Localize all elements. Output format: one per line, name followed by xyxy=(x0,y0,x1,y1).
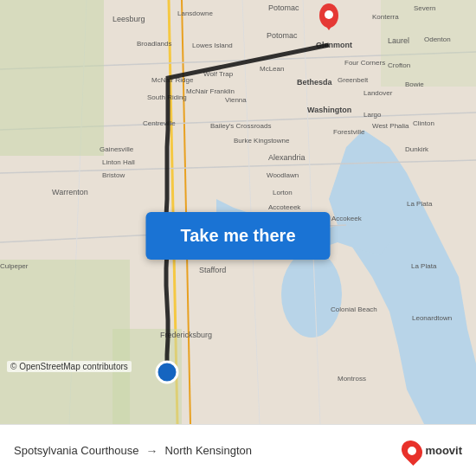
arrow-icon: → xyxy=(146,444,158,458)
svg-rect-13 xyxy=(0,0,104,156)
destination-label: North Kensington xyxy=(165,444,252,457)
route-info: Spotsylvania Courthouse → North Kensingt… xyxy=(14,444,402,458)
map-container: Leesburg Lansdowne Potomac Konterra Seve… xyxy=(0,0,476,424)
svg-point-66 xyxy=(157,362,177,383)
svg-text:Greenbelt: Greenbelt xyxy=(338,76,369,84)
svg-text:Lowes Island: Lowes Island xyxy=(192,42,233,49)
svg-text:Washington: Washington xyxy=(307,106,351,114)
svg-text:McLean: McLean xyxy=(260,65,284,73)
svg-text:Dunkirk: Dunkirk xyxy=(405,145,429,153)
origin-label: Spotsylvania Courthouse xyxy=(14,444,139,457)
svg-text:Bailey's Crossroads: Bailey's Crossroads xyxy=(210,122,271,130)
svg-text:Potomac: Potomac xyxy=(268,3,299,12)
svg-text:Clinton: Clinton xyxy=(413,119,434,127)
svg-text:Konterra: Konterra xyxy=(372,13,399,21)
svg-text:Woodlawn: Woodlawn xyxy=(267,171,299,179)
svg-text:Stafford: Stafford xyxy=(199,266,226,274)
svg-text:Forestville: Forestville xyxy=(333,128,365,136)
svg-text:Largo: Largo xyxy=(363,111,382,119)
svg-point-3 xyxy=(281,251,342,338)
map-attribution: © OpenStreetMap contributors xyxy=(7,361,132,372)
svg-text:Accokeek: Accokeek xyxy=(331,215,363,222)
svg-rect-14 xyxy=(0,260,130,424)
svg-text:Broadlands: Broadlands xyxy=(137,40,171,48)
svg-text:Burke Kingstowne: Burke Kingstowne xyxy=(234,137,290,145)
svg-text:Culpeper: Culpeper xyxy=(0,262,29,270)
svg-text:Gainesville: Gainesville xyxy=(100,145,134,153)
svg-text:McNair Franklin: McNair Franklin xyxy=(186,87,235,95)
svg-text:La Plata: La Plata xyxy=(411,262,437,270)
moovit-pin-icon xyxy=(397,436,427,466)
svg-text:Crofton: Crofton xyxy=(388,61,410,69)
svg-text:Laurel: Laurel xyxy=(388,36,409,45)
svg-text:Colonial Beach: Colonial Beach xyxy=(331,306,377,313)
svg-text:Vienna: Vienna xyxy=(225,96,247,104)
svg-text:Lorton: Lorton xyxy=(273,189,293,196)
svg-text:Leonardtown: Leonardtown xyxy=(412,314,452,322)
svg-text:Alexandria: Alexandria xyxy=(268,153,306,162)
svg-text:Bowie: Bowie xyxy=(405,80,424,88)
svg-text:Warrenton: Warrenton xyxy=(52,188,88,196)
svg-text:Landover: Landover xyxy=(363,89,393,97)
svg-text:Montross: Montross xyxy=(338,375,366,383)
svg-text:Bristow: Bristow xyxy=(102,171,125,179)
svg-text:Linton Hall: Linton Hall xyxy=(102,158,135,166)
svg-point-69 xyxy=(325,10,333,19)
svg-text:Four Corners: Four Corners xyxy=(344,59,385,67)
svg-text:Centreville: Centreville xyxy=(143,119,176,127)
moovit-logo: moovit xyxy=(402,440,462,462)
svg-text:Severn: Severn xyxy=(414,4,435,12)
svg-text:Bethesda: Bethesda xyxy=(297,78,333,87)
svg-text:Leesburg: Leesburg xyxy=(113,15,145,23)
svg-text:Odenton: Odenton xyxy=(424,35,451,43)
bottom-bar: Spotsylvania Courthouse → North Kensingt… xyxy=(0,424,476,476)
svg-text:Potomac: Potomac xyxy=(267,31,298,40)
take-me-there-button[interactable]: Take me there xyxy=(145,212,330,260)
svg-text:West Phalia: West Phalia xyxy=(372,122,409,130)
svg-text:Lansdowne: Lansdowne xyxy=(177,10,213,17)
svg-text:Accoteeek: Accoteeek xyxy=(268,203,301,211)
moovit-label: moovit xyxy=(425,444,462,457)
svg-text:La Plata: La Plata xyxy=(407,200,433,208)
